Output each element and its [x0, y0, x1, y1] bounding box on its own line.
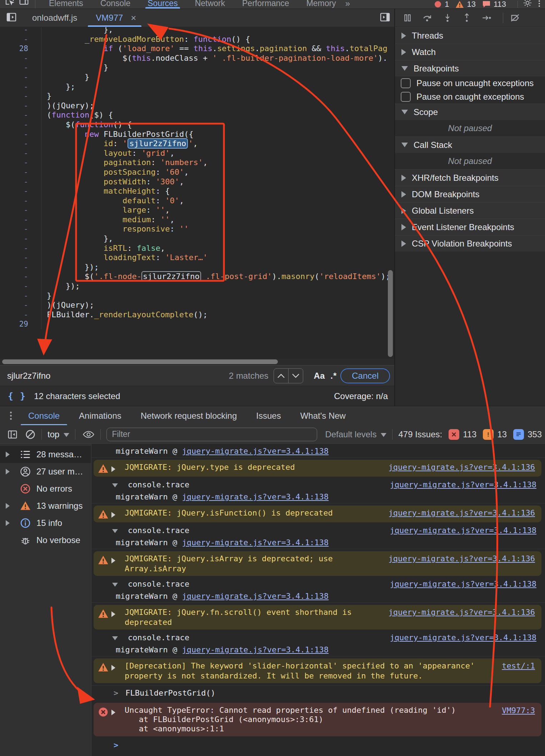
gutter-cell[interactable]: -	[0, 82, 41, 92]
code-editor[interactable]: - },- _removeLoadMoreButton: function() …	[0, 27, 394, 359]
console-warning-row[interactable]: JQMIGRATE: jQuery.fn.scroll() event shor…	[94, 605, 541, 630]
source-link[interactable]: jquery-migrate.js?ver=3.4.1:136	[388, 508, 535, 517]
clear-console-icon[interactable]	[25, 429, 36, 440]
gutter-cell[interactable]: -	[0, 149, 41, 158]
main-tab-performance[interactable]: Performance	[234, 0, 298, 9]
gutter-cell[interactable]: -	[0, 272, 41, 282]
kebab-menu-icon[interactable]	[539, 0, 540, 7]
console-warning-row[interactable]: JQMIGRATE: jQuery.isFunction() is deprec…	[94, 506, 541, 522]
main-tab-elements[interactable]: Elements	[40, 0, 92, 9]
main-tab-memory[interactable]: Memory	[298, 0, 345, 9]
source-link[interactable]: jquery-migrate.js?ver=3.4.1:136	[388, 463, 535, 472]
gutter-cell[interactable]: -	[0, 234, 41, 244]
section-watch[interactable]: Watch	[395, 44, 545, 60]
console-trace-row[interactable]: console.tracejquery-migrate.js?ver=3.4.1…	[91, 632, 545, 644]
console-trace-row[interactable]: console.tracejquery-migrate.js?ver=3.4.1…	[91, 578, 545, 590]
more-tabs-icon[interactable]: »	[345, 0, 354, 9]
close-icon[interactable]: ×	[128, 9, 139, 27]
section-threads[interactable]: Threads	[395, 27, 545, 44]
scrollbar-thumb[interactable]	[2, 359, 278, 364]
gutter-cell[interactable]: -	[0, 205, 41, 215]
device-toolbar-icon[interactable]	[19, 0, 29, 8]
step-into-icon[interactable]	[443, 13, 452, 23]
context-selector[interactable]: top	[48, 429, 69, 439]
source-link[interactable]: jquery-migrate.js?ver=3.4.1:138	[182, 645, 329, 654]
gutter-cell[interactable]: -	[0, 263, 41, 272]
gutter-cell[interactable]: -	[0, 168, 41, 177]
source-link[interactable]: jquery-migrate.js?ver=3.4.1:138	[390, 633, 536, 642]
pause-script-icon[interactable]	[403, 13, 412, 23]
main-tab-console[interactable]: Console	[92, 0, 139, 9]
navigator-toggle-icon[interactable]	[6, 11, 17, 24]
filter-input[interactable]	[106, 428, 317, 441]
editor-horizontal-scrollbar[interactable]	[0, 359, 394, 365]
gutter-cell[interactable]: -	[0, 139, 41, 149]
pause-exception-option[interactable]: Pause on uncaught exceptions	[395, 76, 545, 90]
chevron-down-icon[interactable]	[112, 580, 124, 589]
gutter-cell[interactable]: -	[0, 35, 41, 44]
chevron-down-icon[interactable]	[112, 480, 124, 489]
console-filter-13-warnings[interactable]: 13 warnings	[0, 497, 91, 514]
gutter-cell[interactable]: -	[0, 91, 41, 101]
settings-gear-icon[interactable]	[523, 0, 532, 9]
deactivate-breakpoints-icon[interactable]	[510, 13, 520, 23]
drawer-menu-icon[interactable]	[3, 412, 19, 420]
section-scope[interactable]: Scope	[395, 104, 545, 120]
drawer-tab-network-request-blocking[interactable]: Network request blocking	[131, 406, 246, 426]
gutter-cell[interactable]: -	[0, 110, 41, 120]
source-link[interactable]: VM977:3	[502, 706, 535, 715]
console-trace-row[interactable]: console.tracejquery-migrate.js?ver=3.4.1…	[91, 479, 545, 491]
section-dom-breakpoints[interactable]: DOM Breakpoints	[395, 186, 545, 202]
console-filter-28-messa[interactable]: 28 messa…	[0, 446, 91, 463]
gutter-cell[interactable]: -	[0, 158, 41, 168]
gutter-cell[interactable]: -	[0, 73, 41, 82]
gutter-cell[interactable]: -	[0, 120, 41, 130]
step-icon[interactable]	[481, 13, 492, 23]
warning-counter[interactable]: 13	[455, 0, 475, 9]
gutter-cell[interactable]: -	[0, 196, 41, 206]
next-match-button[interactable]	[288, 369, 303, 383]
chevron-right-icon[interactable]	[111, 465, 121, 474]
console-warning-row[interactable]: JQMIGRATE: jQuery.type is deprecatedjque…	[94, 460, 541, 477]
chevron-down-icon[interactable]	[112, 633, 124, 642]
log-levels-selector[interactable]: Default levels	[325, 429, 386, 439]
gutter-cell[interactable]: -	[0, 215, 41, 225]
console-prompt[interactable]: >	[91, 738, 545, 750]
gutter-cell[interactable]: -	[0, 130, 41, 139]
drawer-tab-animations[interactable]: Animations	[69, 406, 131, 426]
console-filter-15-info[interactable]: 15 info	[0, 514, 91, 532]
step-out-icon[interactable]	[462, 13, 471, 23]
gutter-cell[interactable]: -	[0, 291, 41, 301]
show-right-panel-icon[interactable]	[379, 11, 391, 24]
error-counter[interactable]: 1	[434, 0, 449, 9]
gutter-cell[interactable]: -	[0, 101, 41, 111]
regex-button[interactable]: .*	[330, 371, 337, 381]
gutter-cell[interactable]: -	[0, 244, 41, 253]
section-xhr-fetch-breakpoints[interactable]: XHR/fetch Breakpoints	[395, 169, 545, 186]
source-link[interactable]: jquery-migrate.js?ver=3.4.1:136	[388, 554, 535, 563]
pretty-print-icon[interactable]: { }	[8, 391, 26, 401]
console-warning-row[interactable]: [Deprecation] The keyword 'slider-horizo…	[94, 658, 541, 683]
section-global-listeners[interactable]: Global Listeners	[395, 202, 545, 219]
main-tab-sources[interactable]: Sources	[139, 0, 186, 9]
previous-match-button[interactable]	[274, 369, 288, 383]
console-filter-no-errors[interactable]: No errors	[0, 480, 91, 497]
drawer-tab-console[interactable]: Console	[19, 406, 69, 426]
source-link[interactable]: jquery-migrate.js?ver=3.4.1:136	[388, 608, 535, 617]
issues-summary[interactable]: 479 Issues: 113 13 353	[398, 429, 542, 440]
gutter-cell[interactable]: -	[0, 282, 41, 291]
gutter-cell[interactable]: -	[0, 177, 41, 187]
chevron-right-icon[interactable]	[111, 663, 121, 672]
source-link[interactable]: test/:1	[502, 661, 535, 670]
section-breakpoints[interactable]: Breakpoints	[395, 60, 545, 76]
section-call-stack[interactable]: Call Stack	[395, 136, 545, 153]
inspect-icon[interactable]	[4, 0, 15, 8]
gutter-cell[interactable]: -	[0, 27, 41, 35]
source-link[interactable]: jquery-migrate.js?ver=3.4.1:138	[390, 580, 536, 589]
chevron-down-icon[interactable]	[112, 526, 124, 535]
chevron-right-icon[interactable]	[111, 511, 121, 519]
chevron-right-icon[interactable]	[111, 556, 121, 565]
console-messages[interactable]: migrateWarn @ jquery-migrate.js?ver=3.4.…	[91, 444, 545, 756]
match-case-button[interactable]: Aa	[314, 371, 325, 381]
section-event-listener-breakpoints[interactable]: Event Listener Breakpoints	[395, 219, 545, 235]
